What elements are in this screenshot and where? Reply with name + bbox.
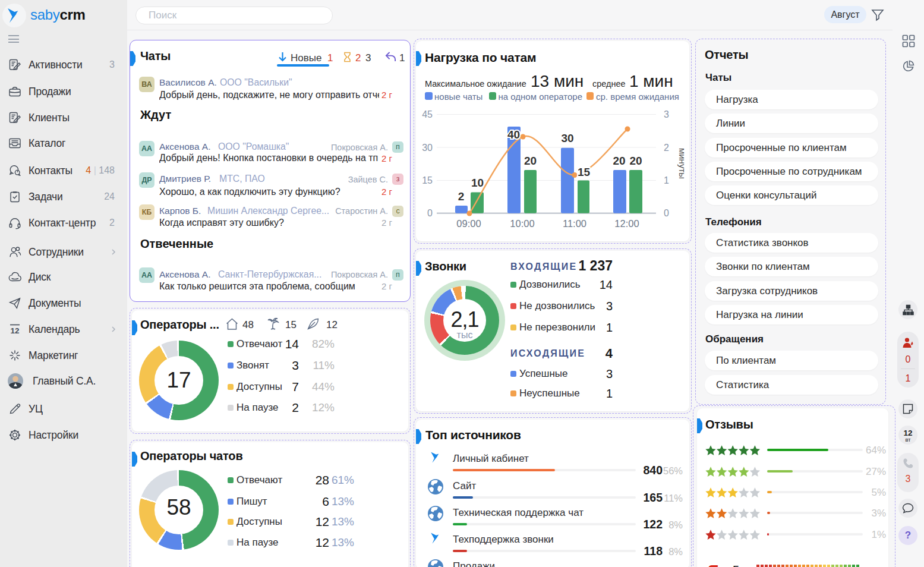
svg-text:0: 0 bbox=[427, 208, 433, 218]
svg-text:1: 1 bbox=[664, 175, 669, 185]
svg-text:45: 45 bbox=[422, 109, 433, 119]
svg-text:30: 30 bbox=[422, 143, 433, 153]
svg-text:12:00: 12:00 bbox=[614, 218, 639, 229]
svg-text:15: 15 bbox=[578, 166, 591, 178]
svg-text:минуты: минуты bbox=[677, 148, 688, 179]
svg-text:11:00: 11:00 bbox=[563, 218, 586, 229]
svg-text:40: 40 bbox=[507, 128, 520, 141]
svg-text:10:00: 10:00 bbox=[510, 218, 534, 229]
svg-text:2: 2 bbox=[664, 143, 669, 153]
svg-text:12: 12 bbox=[10, 326, 19, 335]
svg-text:2: 2 bbox=[458, 190, 465, 203]
svg-text:20: 20 bbox=[524, 155, 537, 167]
svg-text:3: 3 bbox=[664, 109, 669, 119]
svg-text:10: 10 bbox=[471, 177, 484, 189]
svg-text:0: 0 bbox=[664, 208, 669, 218]
svg-text:20: 20 bbox=[629, 155, 642, 167]
svg-text:20: 20 bbox=[613, 155, 625, 167]
svg-text:15: 15 bbox=[422, 175, 433, 185]
svg-text:09:00: 09:00 bbox=[456, 218, 481, 229]
svg-text:30: 30 bbox=[561, 132, 573, 144]
